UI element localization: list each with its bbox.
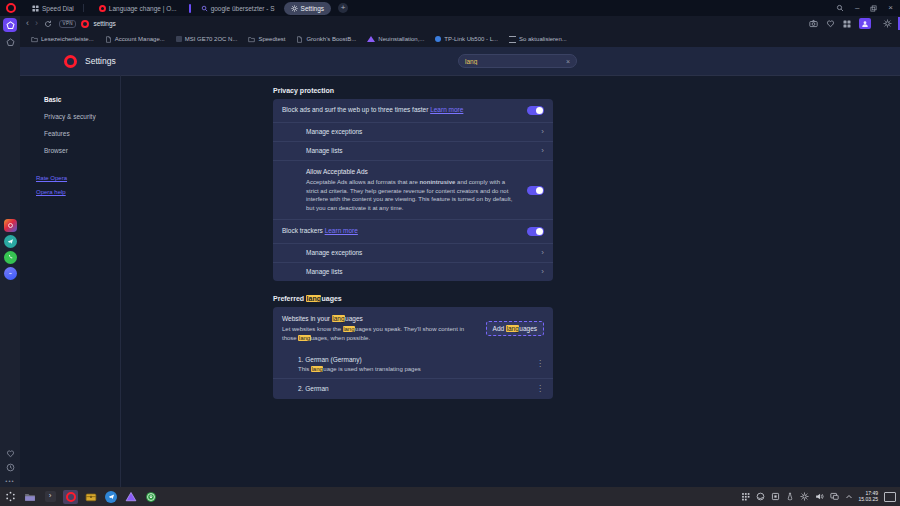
tray-flask-icon[interactable]: [786, 492, 794, 501]
rate-opera-link[interactable]: Rate Opera: [20, 171, 120, 185]
tray-clipboard-icon[interactable]: [771, 492, 780, 501]
tab-language-change[interactable]: Language change | O...: [86, 2, 184, 15]
extensions-tiles-icon[interactable]: [843, 20, 851, 28]
show-desktop-button[interactable]: [884, 492, 896, 502]
windows-taskbar: ›: [0, 487, 900, 506]
snapshot-camera-icon[interactable]: [809, 19, 818, 28]
acceptable-ads-toggle[interactable]: [527, 186, 544, 195]
tray-app-circle-icon[interactable]: [756, 492, 765, 501]
bookmark-item[interactable]: Speedtest: [248, 36, 285, 43]
tab-strip: Speed Dial Language change | O... google…: [25, 2, 348, 15]
block-ads-toggle[interactable]: [527, 106, 544, 115]
websites-languages-description: Let websites know the languages you spea…: [282, 325, 478, 342]
tray-settings-sun-icon[interactable]: [800, 492, 809, 501]
preferred-languages-heading: Preferred languages: [273, 295, 553, 302]
favorites-heart-icon[interactable]: [3, 446, 17, 460]
whatsapp-icon[interactable]: [3, 250, 17, 264]
forward-button[interactable]: ›: [35, 19, 38, 28]
block-trackers-toggle[interactable]: [527, 227, 544, 236]
opera-taskbar-icon[interactable]: [63, 490, 78, 504]
profile-button[interactable]: [859, 18, 871, 29]
bookmark-item[interactable]: Neuinstallation,...: [367, 36, 424, 42]
instagram-icon[interactable]: [3, 218, 17, 232]
close-button[interactable]: ×: [888, 4, 893, 12]
acceptable-ads-row: Allow Acceptable Ads Acceptable Ads allo…: [273, 160, 553, 219]
file-explorer-icon[interactable]: [23, 490, 37, 504]
person-icon: [861, 20, 869, 28]
bookmark-heart-icon[interactable]: [826, 19, 835, 28]
taskbar-clock[interactable]: 17:49 15.03.25: [859, 491, 878, 502]
tab-google-uebersetzer[interactable]: google übersetzter - S: [194, 2, 282, 15]
manage-lists-row[interactable]: Manage lists ›: [273, 262, 553, 281]
start-button[interactable]: [3, 490, 17, 504]
language-menu-icon[interactable]: ⋮: [536, 385, 544, 393]
bookmark-item[interactable]: Account Manage...: [105, 36, 165, 43]
tray-grid-icon[interactable]: [741, 492, 750, 501]
nav-item-privacy-security[interactable]: Privacy & security: [20, 108, 120, 125]
back-button[interactable]: ‹: [26, 19, 29, 28]
tray-display-icon[interactable]: [830, 492, 839, 501]
minimize-button[interactable]: –: [855, 4, 859, 12]
sidebar-more-icon[interactable]: •••: [3, 474, 17, 488]
manage-lists-row[interactable]: Manage lists ›: [273, 141, 553, 160]
restore-button[interactable]: [870, 5, 877, 12]
tab-search-icon[interactable]: [836, 4, 844, 12]
settings-nav-links: Rate Opera Opera help: [20, 171, 120, 199]
opera-logo-icon[interactable]: [6, 3, 16, 13]
language-menu-icon[interactable]: ⋮: [536, 360, 544, 368]
telegram-icon[interactable]: [3, 234, 17, 248]
volume-icon[interactable]: [815, 492, 824, 501]
telegram-taskbar-icon[interactable]: [104, 490, 118, 504]
opera-favicon-icon: [99, 5, 106, 12]
settings-content: Privacy protection Block ads and surf th…: [273, 75, 553, 399]
opera-help-link[interactable]: Opera help: [20, 185, 120, 199]
page-title: Settings: [85, 56, 116, 66]
new-tab-button[interactable]: +: [338, 3, 348, 13]
bookmark-item[interactable]: MSI GE70 2OC N...: [176, 36, 238, 42]
triangle-app-icon[interactable]: [124, 490, 138, 504]
downloader-app-icon[interactable]: [144, 490, 158, 504]
acceptable-ads-title: Allow Acceptable Ads: [306, 168, 517, 175]
easy-setup-gear-icon[interactable]: [883, 19, 892, 28]
chevron-right-icon: ›: [541, 147, 544, 155]
search-icon: [201, 5, 208, 12]
tray-expand-chevron-icon[interactable]: [845, 493, 853, 501]
address-toolbar: ‹ › VPN settings: [20, 16, 900, 31]
terminal-icon[interactable]: ›: [43, 490, 57, 504]
tab-settings[interactable]: Settings: [284, 2, 332, 15]
bookmark-item[interactable]: So aktualisieren...: [509, 35, 567, 43]
block-trackers-label: Block trackers Learn more: [282, 227, 527, 236]
reload-button[interactable]: [44, 20, 52, 28]
taskbar-apps: ›: [3, 490, 158, 504]
acceptable-ads-description: Acceptable Ads allows ad formats that ar…: [306, 178, 517, 212]
tab-speed-dial[interactable]: Speed Dial: [25, 2, 81, 15]
toolbar-actions: [809, 18, 892, 29]
manage-exceptions-row[interactable]: Manage exceptions ›: [273, 243, 553, 262]
settings-search[interactable]: ×: [458, 54, 577, 68]
clear-search-icon[interactable]: ×: [566, 58, 570, 65]
block-ads-row: Block ads and surf the web up to three t…: [273, 99, 553, 122]
bookmark-item[interactable]: Gronkh's BoostB...: [296, 36, 356, 43]
nav-item-basic[interactable]: Basic: [20, 91, 120, 108]
privacy-protection-heading: Privacy protection: [273, 87, 553, 94]
bookmark-item[interactable]: TP-Link Ub500 - L...: [435, 36, 498, 42]
bookmarks-star-icon[interactable]: [3, 35, 17, 49]
opera-browser-window: Speed Dial Language change | O... google…: [0, 0, 900, 506]
history-clock-icon[interactable]: [3, 460, 17, 474]
settings-nav: Basic Privacy & security Features Browse…: [20, 75, 121, 487]
sidebar-home-button[interactable]: [3, 18, 17, 32]
settings-header: Settings ×: [20, 47, 900, 76]
address-url[interactable]: settings: [93, 20, 115, 27]
gear-icon: [291, 5, 298, 12]
manage-exceptions-row[interactable]: Manage exceptions ›: [273, 122, 553, 141]
nav-item-browser[interactable]: Browser: [20, 142, 120, 159]
folder-icon: [31, 36, 38, 43]
bookmark-item[interactable]: Lesezeichenleiste...: [31, 36, 94, 43]
settings-search-input[interactable]: [465, 58, 566, 65]
messenger-icon[interactable]: [3, 266, 17, 280]
vpn-badge[interactable]: VPN: [59, 20, 76, 28]
treasure-chest-app-icon[interactable]: [84, 490, 98, 504]
add-languages-button[interactable]: Add languages: [486, 321, 544, 336]
nav-item-features[interactable]: Features: [20, 125, 120, 142]
opera-settings-logo: [64, 55, 77, 68]
